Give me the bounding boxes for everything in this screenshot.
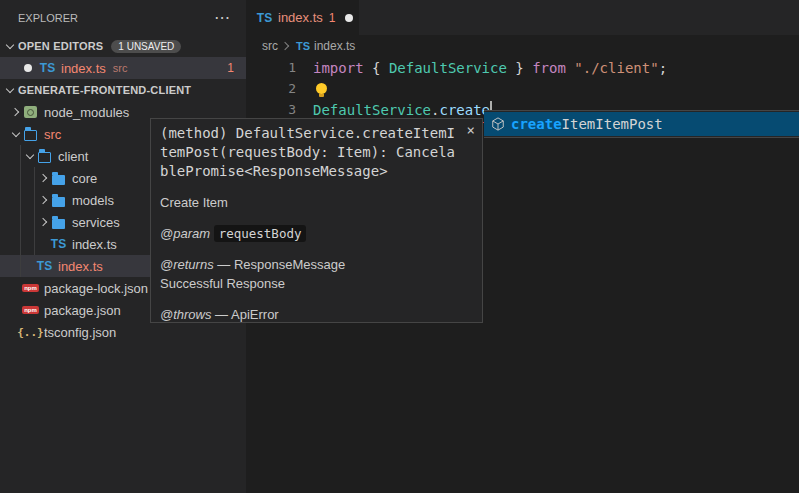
workspace-label: GENERATE-FRONTEND-CLIENT — [18, 84, 191, 96]
suggest-widget: createItemItemPost — [484, 110, 799, 138]
folder-icon — [50, 214, 67, 230]
typescript-file-icon: TS — [50, 236, 67, 252]
indent-guide — [20, 145, 21, 277]
token-from: from — [532, 60, 566, 76]
tree-item-label: client — [58, 149, 88, 164]
breadcrumb-folder[interactable]: src — [262, 39, 278, 53]
suggest-details-tooltip: × (method) DefaultService.createItemI te… — [150, 118, 483, 323]
chevron-down-icon — [4, 40, 16, 52]
open-editors-label: OPEN EDITORS — [18, 40, 103, 52]
more-actions-icon[interactable]: ⋯ — [214, 8, 232, 27]
tab-bar: TS index.ts 1 — [246, 0, 799, 35]
tree-item-label: package-lock.json — [44, 281, 148, 296]
error-count-badge: 1 — [227, 61, 234, 75]
json-config-icon: {..} — [22, 324, 39, 340]
vscode-window: EXPLORER ⋯ OPEN EDITORS 1 UNSAVED TS ind… — [0, 0, 799, 493]
line-number: 2 — [246, 81, 296, 96]
explorer-header: EXPLORER ⋯ — [0, 0, 246, 35]
tree-item-label: index.ts — [58, 259, 103, 274]
tab-index-ts[interactable]: TS index.ts 1 — [246, 0, 359, 35]
open-editor-file-label: index.ts — [61, 61, 106, 76]
chevron-right-icon — [38, 194, 50, 206]
method-icon — [489, 116, 506, 132]
typescript-file-icon: TS — [256, 10, 273, 26]
tab-error-count: 1 — [329, 11, 336, 25]
indent-spacer — [38, 238, 50, 250]
modified-dot-icon[interactable] — [24, 64, 32, 72]
token-import: import — [313, 60, 364, 76]
npm-file-icon: npm — [22, 302, 39, 318]
token-brace: { — [364, 60, 389, 76]
throws-separator: — — [212, 307, 232, 322]
param-name-chip: requestBody — [214, 225, 307, 242]
code-line-1: 1 import { DefaultService } from "./clie… — [246, 57, 799, 78]
indent-guide — [34, 167, 35, 255]
doc-throws: @throws — ApiError — [160, 305, 473, 323]
lightbulb-icon[interactable] — [316, 83, 327, 94]
node-modules-folder-icon — [22, 104, 39, 120]
typescript-file-icon: TS — [36, 258, 53, 274]
suggest-rest-text: ItemItemPost — [562, 116, 663, 132]
signature-line: temPost(requestBody: Item): Cancela — [160, 143, 473, 162]
folder-icon — [50, 192, 67, 208]
returns-separator: — — [214, 257, 234, 272]
throws-text: ApiError — [231, 307, 279, 322]
folder-icon — [50, 170, 67, 186]
workspace-section-header[interactable]: GENERATE-FRONTEND-CLIENT — [0, 79, 246, 101]
doc-param: @param requestBody — [160, 224, 473, 243]
signature-line: blePromise<ResponseMessage> — [160, 162, 473, 181]
chevron-right-icon — [38, 216, 50, 228]
chevron-down-icon — [10, 128, 22, 140]
line-number: 3 — [246, 102, 296, 117]
modified-dot-icon[interactable] — [345, 14, 353, 22]
indent-spacer — [24, 260, 36, 272]
explorer-title-label: EXPLORER — [18, 12, 78, 24]
open-editor-file-detail: src — [113, 62, 128, 74]
token-default-service: DefaultService — [389, 60, 507, 76]
suggest-match-text: create — [511, 116, 562, 132]
open-editor-item-index-ts[interactable]: TS index.ts src 1 — [0, 57, 246, 79]
throws-tag: @throws — [160, 307, 212, 322]
typescript-file-icon: TS — [296, 38, 310, 54]
tree-item-label: core — [72, 171, 97, 186]
doc-returns: @returns — ResponseMessage Successful Re… — [160, 255, 410, 293]
breadcrumb: src TS index.ts — [246, 35, 799, 57]
line-number: 1 — [246, 60, 296, 75]
token-brace: } — [507, 60, 532, 76]
doc-description: Create Item — [160, 193, 473, 212]
tree-item-label: src — [44, 127, 61, 142]
tree-item-label: tsconfig.json — [44, 325, 116, 340]
unsaved-badge: 1 UNSAVED — [111, 40, 181, 53]
tree-item-label: index.ts — [72, 237, 117, 252]
tree-item-label: node_modules — [44, 105, 129, 120]
breadcrumb-file[interactable]: index.ts — [314, 39, 355, 53]
token-dot: . — [431, 102, 439, 118]
code-line-2: 2 — [246, 78, 799, 99]
close-icon[interactable]: × — [467, 122, 475, 138]
chevron-down-icon — [4, 84, 16, 96]
chevron-right-icon — [38, 172, 50, 184]
tab-file-label: index.ts — [278, 10, 323, 25]
folder-open-icon — [36, 148, 53, 164]
token-default-service: DefaultService — [313, 102, 431, 118]
tree-item-tsconfig-json[interactable]: {..} tsconfig.json — [0, 321, 246, 343]
token-create: create — [439, 102, 490, 118]
chevron-right-icon — [280, 40, 292, 52]
suggest-item-create-item-item-post[interactable]: createItemItemPost — [484, 112, 799, 136]
indent-spacer — [10, 304, 22, 316]
tree-item-label: package.json — [44, 303, 121, 318]
chevron-right-icon — [10, 106, 22, 118]
token-module-string: "./client" — [566, 60, 659, 76]
returns-tag: @returns — [160, 257, 214, 272]
token-semicolon: ; — [659, 60, 667, 76]
chevron-down-icon — [24, 150, 36, 162]
indent-spacer — [10, 282, 22, 294]
typescript-file-icon: TS — [39, 60, 56, 76]
tree-item-label: services — [72, 215, 120, 230]
param-tag: @param — [160, 226, 210, 241]
folder-open-icon — [22, 126, 39, 142]
tree-item-label: models — [72, 193, 114, 208]
npm-file-icon: npm — [22, 280, 39, 296]
open-editors-section-header[interactable]: OPEN EDITORS 1 UNSAVED — [0, 35, 246, 57]
signature-line: (method) DefaultService.createItemI — [160, 124, 473, 143]
